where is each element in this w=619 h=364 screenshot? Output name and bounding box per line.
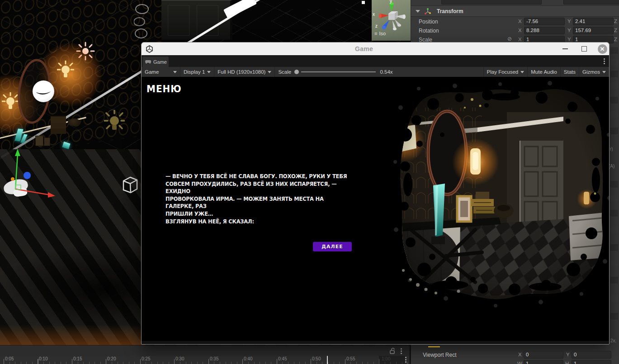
dresser [51, 116, 66, 134]
edge-fragment: 2x. [610, 338, 616, 343]
resolution-dropdown[interactable]: Full HD (1920x1080) [214, 67, 275, 77]
panel-divider [409, 345, 410, 364]
time-tick-label: 0:35 [210, 356, 218, 361]
viewport-h-field[interactable]: 1 [572, 360, 611, 364]
timeline-out-of-range [379, 356, 405, 364]
scene-door [161, 0, 232, 40]
tab-game[interactable]: Game [142, 57, 169, 67]
window-menu-icon[interactable] [604, 61, 605, 62]
time-tick-label: 0:20 [107, 356, 116, 361]
window-titlebar[interactable]: Game ✕ [142, 43, 609, 55]
move-tool-gizmo[interactable] [5, 147, 63, 206]
selected-tab-underline [428, 346, 440, 347]
rotation-y-field[interactable]: 157.69 [573, 27, 614, 34]
dialogue-text: — ВЕЧНО У ТЕБЯ ВСЁ НЕ СЛАВА БОГУ. ПОХОЖЕ… [165, 173, 351, 225]
position-x-field[interactable]: -7.56 [524, 18, 565, 25]
chevron-down-icon [520, 71, 524, 73]
time-tick-label: 0:15 [73, 356, 82, 361]
bulb-light-icon-dim [104, 110, 125, 133]
reflection-probe-icon[interactable] [121, 175, 140, 195]
time-tick-label: 0:40 [244, 356, 252, 361]
maximize-button[interactable] [579, 43, 590, 55]
gizmos-dropdown[interactable]: Gizmos [579, 67, 609, 77]
position-label: Position [419, 19, 438, 25]
position-z-label: Z [614, 19, 617, 24]
rotation-z-label: Z [614, 28, 617, 33]
time-tick-label: 0:50 [312, 356, 321, 361]
viewport-x-label: X [518, 352, 522, 357]
tag-field[interactable] [441, 0, 542, 5]
time-tick-label: 0:25 [142, 356, 150, 361]
scale-slider-track[interactable] [301, 71, 376, 72]
sphere-gizmo [33, 80, 54, 102]
stats-button[interactable]: Stats [561, 67, 579, 77]
rotation-y-label: Y [567, 28, 571, 33]
close-icon: ✕ [598, 44, 607, 54]
transform-icon [424, 8, 431, 15]
bowl [68, 118, 80, 126]
viewport-rect-label: Viewport Rect [423, 352, 456, 358]
rotation-x-label: X [518, 28, 522, 33]
window-title: Game [355, 45, 373, 52]
room-illustration [392, 80, 609, 311]
ruler-menu-icon[interactable] [405, 359, 406, 360]
axis-label-x: x [373, 12, 375, 17]
time-tick-label: 0:30 [175, 356, 184, 361]
game-window[interactable]: Game ✕ Game Game Display 1 Full HD (1920… [141, 42, 610, 345]
position-y-label: Y [567, 19, 571, 24]
edge-fragment: r) [610, 147, 613, 151]
constrain-proportions-icon[interactable]: ⊘ [507, 36, 512, 42]
viewport-w-field[interactable]: 1 [524, 360, 563, 364]
position-y-field[interactable]: 2.41 [573, 18, 614, 25]
viewport-h-label: H [565, 361, 569, 364]
game-view-dropdown[interactable]: Game [142, 67, 180, 77]
iso-perspective-toggle[interactable]: ≡ Iso [374, 31, 386, 36]
position-x-label: X [518, 19, 522, 24]
scale-z-label: Z [614, 37, 617, 42]
game-toolbar: Game Display 1 Full HD (1920x1080) Scale… [142, 67, 609, 77]
viewport-y-field[interactable]: 0 [572, 351, 611, 359]
wireframe-outlines [134, 2, 157, 41]
time-tick-label: 0:10 [39, 356, 47, 361]
chevron-down-icon [173, 71, 177, 73]
transform-component-header[interactable]: Transform [411, 5, 619, 17]
minimize-button[interactable] [560, 43, 571, 55]
edge-fragment: (A) [609, 164, 614, 169]
next-button[interactable]: ДАЛЕЕ [313, 242, 352, 251]
scale-control[interactable]: Scale [275, 67, 379, 77]
viewport-x-field[interactable]: 0 [524, 351, 563, 359]
axis-orientation-gizmo[interactable]: x y z ≡ Iso [372, 0, 411, 41]
game-viewport[interactable]: МЕНЮ — ВЕЧНО У ТЕБЯ ВСЁ НЕ СЛАВА БОГУ. П… [142, 77, 609, 341]
axis-label-y: y [390, 0, 392, 4]
display-dropdown[interactable]: Display 1 [180, 67, 214, 77]
timeline-menu-icon[interactable] [401, 350, 402, 352]
unlock-icon[interactable] [389, 347, 396, 355]
play-focused-dropdown[interactable]: Play Focused [483, 67, 528, 77]
foldout-arrow-icon[interactable] [416, 10, 420, 13]
timeline-playhead[interactable] [327, 356, 328, 364]
white-dot [362, 1, 365, 4]
mute-audio-button[interactable]: Mute Audio [528, 67, 561, 77]
chevron-down-icon [268, 71, 271, 73]
scale-y-label: Y [567, 37, 571, 42]
viewport-y-label: Y [566, 352, 570, 357]
rotation-x-field[interactable]: 8.288 [524, 27, 565, 34]
gamepad-icon [145, 60, 151, 64]
time-tick-label: 0:05 [5, 356, 14, 361]
axis-label-z: z [375, 24, 378, 28]
warm-floor-light [0, 325, 146, 345]
unity-editor-root: { "scene_view": { "iso_label": "Iso", "a… [0, 0, 619, 364]
timeline-toolbar [0, 345, 410, 356]
picture-frame [44, 137, 50, 146]
scale-slider-handle[interactable] [294, 70, 299, 74]
close-button[interactable]: ✕ [596, 43, 609, 55]
chevron-down-icon [602, 71, 606, 73]
unity-logo-icon [146, 45, 153, 53]
menu-title: МЕНЮ [146, 83, 182, 95]
layer-field[interactable] [563, 0, 619, 5]
timeline-ruler[interactable]: 0:05 0:10 0:15 0:20 0:25 0:30 0:35 0:40 … [0, 356, 410, 364]
rotation-label: Rotation [419, 28, 439, 34]
bulb-light-icon [2, 92, 19, 112]
tab-label: Game [153, 59, 167, 65]
chevron-down-icon [207, 71, 211, 73]
